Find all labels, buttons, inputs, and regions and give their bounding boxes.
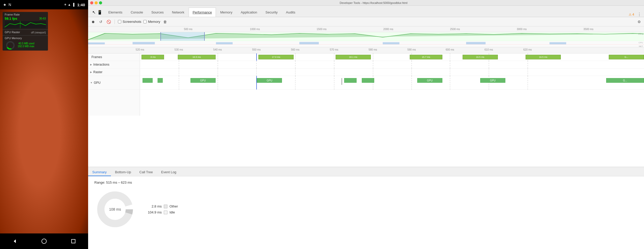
screenshots-checkbox[interactable] — [118, 20, 121, 23]
phone-nav-bar — [0, 233, 88, 249]
gpu-vline-2 — [218, 76, 218, 89]
ftick-620: 620 ms — [523, 48, 532, 51]
devtools-toolbar: ⏺ ↺ 🚫 Screenshots Memory 🗑 ⚙ — [88, 17, 644, 26]
frame-block-3[interactable]: 18.1 ms — [336, 55, 371, 59]
flamechart-rows: Frames .9 ms — [88, 53, 644, 167]
int-vline-3 — [256, 61, 257, 68]
raster-label: ▶ Raster — [88, 68, 140, 76]
raster-vline-5 — [334, 68, 334, 76]
frame-block-5[interactable]: 16.5 ms — [463, 55, 498, 59]
back-button[interactable] — [11, 238, 18, 245]
gpu-memory-section: GPU Memory 40.5 MB used 192.0 MB max — [3, 36, 48, 51]
gpu-block-2[interactable]: GPU — [190, 78, 216, 83]
reload-button[interactable]: ↺ — [98, 19, 104, 25]
device-icon[interactable]: 📱 — [97, 10, 102, 15]
gpu-text: GPU — [94, 81, 101, 85]
memory-checkbox[interactable] — [143, 20, 147, 23]
frame-block-4[interactable]: 15.7 ms — [410, 55, 442, 59]
screenshots-label[interactable]: Screenshots — [123, 20, 141, 24]
gpu-block-6[interactable]: GPU — [417, 78, 442, 83]
ruler-tick-2500: 2500 ms — [450, 28, 460, 31]
devtools-panel: Developer Tools - https://localhost:5000… — [88, 0, 644, 249]
svg-point-4 — [42, 239, 46, 244]
int-vline-2 — [218, 61, 218, 68]
summary-legend: 2.8 ms Other 104.9 ms Idle — [146, 204, 178, 214]
gpu-memory-used: 40.5 MB used — [18, 42, 34, 45]
idle-label: Idle — [169, 210, 175, 214]
svg-rect-9 — [299, 42, 319, 44]
frame-block-0[interactable]: .9 ms — [141, 55, 164, 59]
frames-text: Frames — [91, 55, 102, 59]
gpu-block-4[interactable] — [344, 78, 357, 83]
tab-console[interactable]: Console — [127, 8, 147, 17]
gpu-block-3[interactable]: GPU — [257, 78, 282, 83]
svg-marker-3 — [14, 239, 16, 243]
memory-label[interactable]: Memory — [148, 20, 160, 24]
battery-icon: ▐ — [72, 3, 74, 6]
net-label: NET — [639, 45, 643, 47]
int-vline-4 — [295, 61, 295, 68]
gpu-memory-label: GPU Memory — [5, 37, 46, 40]
toolbar-separator-1 — [115, 19, 115, 24]
donut-center-label: 108 ms — [109, 207, 121, 211]
gpu-block-8[interactable]: G... — [606, 78, 644, 83]
interactions-text: Interactions — [93, 63, 109, 66]
ftick-570: 570 ms — [330, 48, 338, 51]
raster-row: ▶ Raster — [88, 68, 644, 76]
gpu-expand[interactable]: ▼ — [90, 81, 93, 84]
tab-call-tree[interactable]: Call Tree — [135, 169, 157, 176]
int-vline-9 — [489, 61, 489, 68]
raster-expand[interactable]: ▶ — [90, 71, 92, 73]
phone-status-left: ★ N — [3, 3, 11, 7]
window-controls — [90, 1, 102, 4]
gpu-raster-section: GPU Raster off (viewport) — [3, 30, 48, 36]
legend-idle: 104.9 ms Idle — [146, 210, 178, 214]
devtools-tab-right: ⚠ 4 ⋮ — [629, 12, 644, 17]
gpu-block-0[interactable] — [143, 78, 153, 83]
record-button[interactable]: ⏺ — [90, 19, 96, 25]
window-title: Developer Tools - https://localhost:5000… — [105, 1, 642, 4]
devtools-titlebar: Developer Tools - https://localhost:5000… — [88, 0, 644, 6]
settings-button[interactable]: ⚙ — [636, 19, 642, 25]
maximize-dot[interactable] — [99, 1, 102, 4]
recent-button[interactable] — [70, 238, 77, 245]
clear-button[interactable]: 🚫 — [106, 19, 111, 25]
interactions-row: ▶ Interactions — [88, 61, 644, 68]
tab-memory[interactable]: Memory — [216, 8, 236, 17]
gpu-block-7[interactable]: GPU — [480, 78, 505, 83]
cursor-icon[interactable]: ↖ — [92, 10, 96, 15]
frame-block-6[interactable]: 16.5 ms — [526, 55, 561, 59]
delete-button[interactable]: 🗑 — [162, 19, 168, 25]
ftick-530: 530 ms — [174, 48, 183, 51]
gpu-vline-4 — [295, 76, 295, 89]
tab-audits[interactable]: Audits — [282, 8, 299, 17]
memory-group: Memory — [143, 20, 160, 24]
frame-block-2[interactable]: 17.0 ms — [258, 55, 294, 59]
flamechart-area[interactable]: 520 ms 530 ms 540 ms 550 ms 560 ms 570 m… — [88, 47, 644, 167]
tab-network[interactable]: Network — [168, 8, 188, 17]
nfc-icon: N — [9, 3, 11, 7]
minimize-dot[interactable] — [95, 1, 98, 4]
other-label: Other — [169, 204, 178, 208]
raster-text: Raster — [93, 70, 102, 74]
gpu-block-1[interactable] — [158, 78, 162, 83]
tab-security[interactable]: Security — [261, 8, 281, 17]
tab-event-log[interactable]: Event Log — [157, 169, 181, 176]
frame-block-1[interactable]: 16.5 ms — [178, 55, 216, 59]
home-button[interactable] — [41, 238, 47, 245]
tab-bottom-up[interactable]: Bottom-Up — [111, 169, 135, 176]
timeline-overview[interactable]: 500 ms 1000 ms 1500 ms 2000 ms 2500 ms 3… — [88, 26, 644, 47]
interactions-expand[interactable]: ▶ — [90, 63, 92, 66]
gpu-block-5[interactable] — [362, 78, 374, 83]
vline-8 — [450, 53, 450, 61]
tab-sources[interactable]: Sources — [147, 8, 168, 17]
more-options-icon[interactable]: ⋮ — [637, 12, 641, 17]
ftick-600: 600 ms — [446, 48, 454, 51]
frame-block-7[interactable]: G... — [609, 55, 644, 59]
tab-application[interactable]: Application — [237, 8, 261, 17]
phone-panel: ★ N ✈ ▲ ▐ 1:40 Frame Rate 59.1 fps 30-63 — [0, 0, 88, 249]
tab-summary[interactable]: Summary — [88, 169, 111, 176]
tab-elements[interactable]: Elements — [104, 8, 126, 17]
close-dot[interactable] — [90, 1, 93, 4]
tab-performance[interactable]: Performance — [189, 8, 216, 17]
